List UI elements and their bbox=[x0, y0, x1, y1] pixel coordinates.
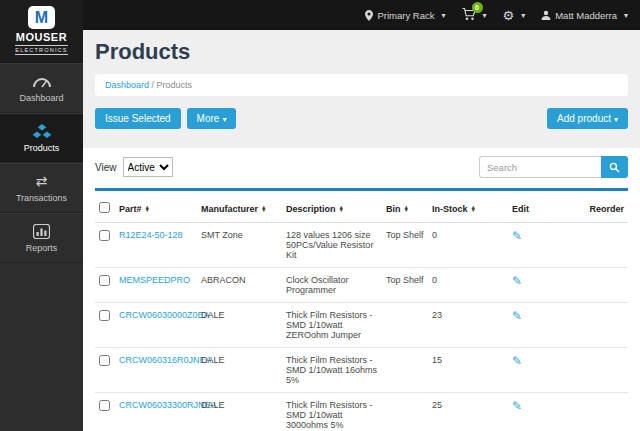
search-icon bbox=[609, 162, 620, 173]
logo-name: MOUSER bbox=[0, 31, 83, 43]
settings-dropdown[interactable]: ⚙ bbox=[503, 9, 526, 22]
map-pin-icon bbox=[365, 10, 373, 21]
edit-pencil-icon[interactable] bbox=[512, 274, 522, 288]
user-name-label: Matt Madderra bbox=[555, 10, 617, 21]
action-buttons-row: Issue Selected More Add product bbox=[95, 108, 628, 129]
sidebar: M MOUSER ELECTRONICS Dashboard Products … bbox=[0, 0, 83, 431]
column-header-bin[interactable]: Bin bbox=[382, 195, 428, 223]
sidebar-item-label: Reports bbox=[26, 243, 58, 253]
sort-icon bbox=[261, 206, 266, 213]
transfer-arrows-icon: ⇄ bbox=[36, 174, 48, 189]
column-header-instock[interactable]: In-Stock bbox=[428, 195, 508, 223]
more-button[interactable]: More bbox=[187, 108, 237, 129]
description-cell: Thick Film Resistors - SMD 1/10watt ZERO… bbox=[282, 303, 382, 348]
manufacturer-cell: DALE bbox=[197, 348, 282, 393]
table-header-row: Part# Manufacturer Description Bin In-St… bbox=[95, 195, 628, 223]
add-product-button[interactable]: Add product bbox=[547, 108, 628, 129]
description-cell: Thick Film Resistors - SMD 1/10watt 16oh… bbox=[282, 348, 382, 393]
user-icon bbox=[541, 10, 551, 20]
select-all-checkbox[interactable] bbox=[99, 202, 110, 213]
breadcrumb-dashboard-link[interactable]: Dashboard bbox=[105, 80, 149, 90]
sidebar-item-label: Dashboard bbox=[19, 93, 63, 103]
column-header-part[interactable]: Part# bbox=[115, 195, 197, 223]
instock-cell: 0 bbox=[428, 268, 508, 303]
sidebar-item-reports[interactable]: Reports bbox=[0, 213, 83, 263]
table-row: CRCW06030000Z0EA DALE Thick Film Resisto… bbox=[95, 303, 628, 348]
search-input[interactable] bbox=[479, 156, 601, 178]
search-group bbox=[479, 156, 628, 178]
sidebar-item-transactions[interactable]: ⇄ Transactions bbox=[0, 163, 83, 213]
manufacturer-cell: DALE bbox=[197, 393, 282, 431]
row-checkbox[interactable] bbox=[99, 355, 110, 366]
row-checkbox[interactable] bbox=[99, 310, 110, 321]
bin-cell: Top Shelf bbox=[382, 223, 428, 268]
manufacturer-cell: ABRACON bbox=[197, 268, 282, 303]
bin-cell bbox=[382, 303, 428, 348]
manufacturer-cell: DALE bbox=[197, 303, 282, 348]
cart-dropdown[interactable]: 0 bbox=[462, 8, 487, 23]
edit-pencil-icon[interactable] bbox=[512, 354, 522, 368]
part-link[interactable]: MEMSPEEDPRO bbox=[119, 275, 190, 285]
table-toolbar: View Active bbox=[83, 148, 640, 186]
table-row: R12E24-50-128 SMT Zone 128 values 1206 s… bbox=[95, 223, 628, 268]
mouser-m-icon: M bbox=[28, 6, 55, 29]
part-link[interactable]: CRCW060316R0JNEA bbox=[119, 355, 212, 365]
logo-subtitle: ELECTRONICS bbox=[15, 45, 67, 55]
description-cell: 128 values 1206 size 50PCs/Value Resisto… bbox=[282, 223, 382, 268]
bar-chart-icon bbox=[33, 224, 50, 239]
view-label: View bbox=[95, 162, 117, 173]
row-checkbox[interactable] bbox=[99, 275, 110, 286]
sidebar-item-dashboard[interactable]: Dashboard bbox=[0, 63, 83, 113]
edit-pencil-icon[interactable] bbox=[512, 309, 522, 323]
bin-cell bbox=[382, 393, 428, 431]
part-link[interactable]: R12E24-50-128 bbox=[119, 230, 183, 240]
instock-cell: 15 bbox=[428, 348, 508, 393]
cart-count-badge: 0 bbox=[472, 2, 483, 13]
mouser-logo[interactable]: M MOUSER ELECTRONICS bbox=[0, 0, 83, 63]
table-row: MEMSPEEDPRO ABRACON Clock Oscillator Pro… bbox=[95, 268, 628, 303]
breadcrumb-current: Products bbox=[157, 80, 193, 90]
row-checkbox[interactable] bbox=[99, 230, 110, 241]
view-select[interactable]: Active bbox=[123, 157, 173, 177]
sort-icon bbox=[339, 206, 344, 213]
edit-pencil-icon[interactable] bbox=[512, 399, 522, 413]
boxes-icon bbox=[32, 124, 52, 139]
part-link[interactable]: CRCW06030000Z0EA bbox=[119, 310, 210, 320]
location-dropdown[interactable]: Primary Rack bbox=[365, 10, 445, 21]
reorder-cell bbox=[576, 268, 628, 303]
reorder-cell bbox=[576, 303, 628, 348]
manufacturer-cell: SMT Zone bbox=[197, 223, 282, 268]
products-table: Part# Manufacturer Description Bin In-St… bbox=[95, 195, 628, 431]
column-header-edit: Edit bbox=[508, 195, 576, 223]
sidebar-item-label: Products bbox=[24, 143, 60, 153]
breadcrumb: Dashboard / Products bbox=[95, 74, 628, 96]
gauge-icon bbox=[32, 74, 52, 89]
column-header-reorder: Reorder bbox=[576, 195, 628, 223]
sort-icon bbox=[404, 206, 409, 213]
instock-cell: 23 bbox=[428, 303, 508, 348]
main-content: Products Dashboard / Products Issue Sele… bbox=[83, 30, 640, 431]
location-label: Primary Rack bbox=[377, 10, 434, 21]
table-row: CRCW06033300RJNEA DALE Thick Film Resist… bbox=[95, 393, 628, 431]
user-menu[interactable]: Matt Madderra bbox=[541, 10, 628, 21]
edit-pencil-icon[interactable] bbox=[512, 229, 522, 243]
column-header-manufacturer[interactable]: Manufacturer bbox=[197, 195, 282, 223]
products-panel: View Active Part# Manufacturer Descripti… bbox=[83, 148, 640, 431]
description-cell: Thick Film Resistors - SMD 1/10watt 3000… bbox=[282, 393, 382, 431]
instock-cell: 0 bbox=[428, 223, 508, 268]
search-button[interactable] bbox=[601, 156, 628, 178]
topbar: Primary Rack 0 ⚙ Matt Madderra bbox=[0, 0, 640, 30]
column-header-description[interactable]: Description bbox=[282, 195, 382, 223]
bin-cell: Top Shelf bbox=[382, 268, 428, 303]
page-title: Products bbox=[95, 39, 628, 65]
instock-cell: 25 bbox=[428, 393, 508, 431]
sort-icon bbox=[471, 206, 476, 213]
breadcrumb-separator: / bbox=[152, 80, 155, 90]
sidebar-item-products[interactable]: Products bbox=[0, 113, 83, 163]
reorder-cell bbox=[576, 223, 628, 268]
reorder-cell bbox=[576, 393, 628, 431]
description-cell: Clock Oscillator Programmer bbox=[282, 268, 382, 303]
sort-icon bbox=[145, 206, 150, 213]
issue-selected-button[interactable]: Issue Selected bbox=[95, 108, 181, 129]
row-checkbox[interactable] bbox=[99, 400, 110, 411]
